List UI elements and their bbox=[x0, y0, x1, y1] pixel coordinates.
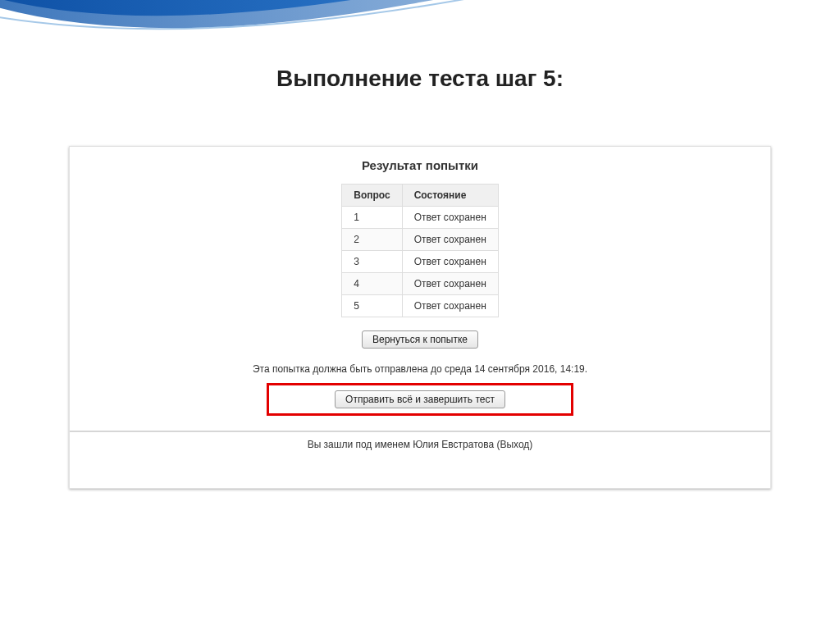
cell-question: 1 bbox=[342, 207, 402, 229]
cell-question: 5 bbox=[342, 295, 402, 317]
cell-status: Ответ сохранен bbox=[402, 251, 498, 273]
cell-status: Ответ сохранен bbox=[402, 207, 498, 229]
cell-question: 2 bbox=[342, 229, 402, 251]
table-row: 3 Ответ сохранен bbox=[342, 251, 499, 273]
submit-highlight: Отправить всё и завершить тест bbox=[267, 383, 573, 416]
footer-login-text: Вы зашли под именем Юлия Евстратова (Вых… bbox=[308, 439, 533, 450]
table-row: 2 Ответ сохранен bbox=[342, 229, 499, 251]
deadline-text: Эта попытка должна быть отправлена до ср… bbox=[253, 363, 587, 375]
cell-status: Ответ сохранен bbox=[402, 273, 498, 295]
cell-question: 4 bbox=[342, 273, 402, 295]
cell-status: Ответ сохранен bbox=[402, 295, 498, 317]
attempt-heading: Результат попытки bbox=[362, 158, 478, 172]
footer-divider bbox=[70, 431, 770, 432]
col-status: Состояние bbox=[402, 185, 498, 207]
cell-status: Ответ сохранен bbox=[402, 229, 498, 251]
table-row: 5 Ответ сохранен bbox=[342, 295, 499, 317]
results-table: Вопрос Состояние 1 Ответ сохранен 2 Отве… bbox=[341, 184, 499, 317]
submit-all-button[interactable]: Отправить всё и завершить тест bbox=[335, 390, 505, 408]
table-row: 1 Ответ сохранен bbox=[342, 207, 499, 229]
slide-decoration bbox=[0, 0, 840, 57]
cell-question: 3 bbox=[342, 251, 402, 273]
table-row: 4 Ответ сохранен bbox=[342, 273, 499, 295]
col-question: Вопрос bbox=[342, 185, 402, 207]
return-to-attempt-button[interactable]: Вернуться к попытке bbox=[362, 330, 478, 349]
slide-title: Выполнение теста шаг 5: bbox=[276, 66, 564, 92]
content-panel: Результат попытки Вопрос Состояние 1 Отв… bbox=[69, 146, 771, 489]
